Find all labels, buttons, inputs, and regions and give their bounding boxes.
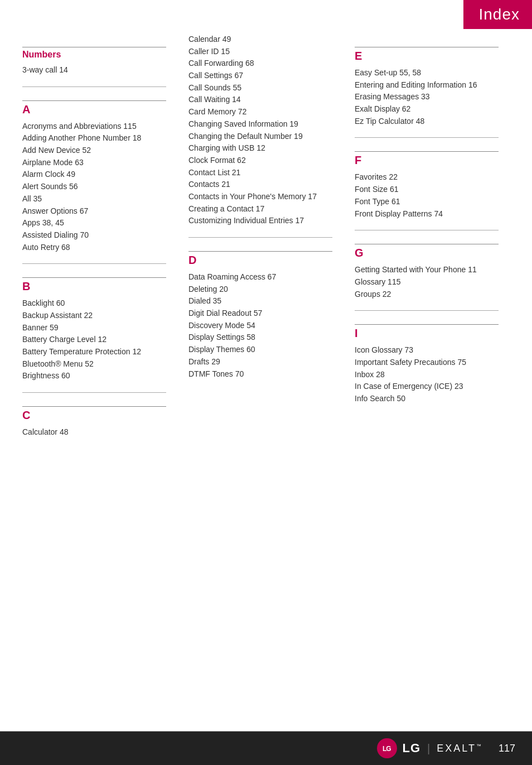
column-1: Numbers 3-way call 14 A Acronyms and Abb… — [22, 33, 177, 439]
section-b-divider — [22, 277, 166, 278]
section-i-divider — [355, 324, 499, 325]
divider-f — [355, 137, 499, 138]
section-e-label: E — [355, 50, 499, 62]
entry-apps: Apps 38, 45 — [22, 217, 166, 229]
entry-discovery: Discovery Mode 54 — [188, 320, 332, 332]
entry-calculator: Calculator 48 — [22, 426, 166, 439]
entry-groups: Groups 22 — [355, 288, 499, 301]
section-c-divider — [22, 406, 166, 407]
lg-circle-icon: LG — [377, 738, 397, 758]
entry-display-settings: Display Settings 58 — [188, 331, 332, 344]
entry-font-size: Font Size 61 — [355, 184, 499, 196]
entry-airplane: Airplane Mode 63 — [22, 157, 166, 169]
footer: LG LG | EXALT™ 117 — [0, 732, 532, 765]
footer-pipe: | — [427, 742, 430, 755]
column-2: Calendar 49 Caller ID 15 Call Forwarding… — [177, 33, 344, 439]
entry-contact-list: Contact List 21 — [188, 167, 332, 179]
entry-adding-phone: Adding Another Phone Number 18 — [22, 132, 166, 145]
footer-logo: LG LG — [377, 738, 421, 758]
entry-drafts: Drafts 29 — [188, 356, 332, 368]
entry-banner: Banner 59 — [22, 322, 166, 334]
section-d-label: D — [188, 254, 332, 267]
entry-dtmf: DTMF Tones 70 — [188, 368, 332, 381]
footer-page-number: 117 — [499, 743, 515, 754]
entry-call-waiting: Call Waiting 14 — [188, 94, 332, 106]
entry-entering: Entering and Editing Information 16 — [355, 79, 499, 92]
entry-battery-charge: Battery Charge Level 12 — [22, 334, 166, 346]
section-g-divider — [355, 244, 499, 244]
entry-creating-contact: Creating a Contact 17 — [188, 203, 332, 215]
entry-ez-tip: Ez Tip Calculator 48 — [355, 116, 499, 128]
entry-add-device: Add New Device 52 — [22, 145, 166, 157]
entry-acronyms: Acronyms and Abbreviations 115 — [22, 121, 166, 133]
entry-info-search: Info Search 50 — [355, 393, 499, 405]
svg-text:LG: LG — [383, 745, 391, 753]
entry-front-display: Front Display Patterns 74 — [355, 208, 499, 220]
entry-contacts: Contacts 21 — [188, 179, 332, 191]
entry-easy-setup: Easy Set-up 55, 58 — [355, 67, 499, 79]
divider-a — [22, 86, 166, 87]
entry-deleting: Deleting 20 — [188, 283, 332, 296]
entry-glossary: Glossary 115 — [355, 276, 499, 288]
entry-changing-default: Changing the Default Number 19 — [188, 131, 332, 143]
entry-customizing: Customizing Individual Entries 17 — [188, 215, 332, 227]
section-c-label: C — [22, 409, 166, 422]
entry-calendar: Calendar 49 — [188, 33, 332, 46]
entry-card-memory: Card Memory 72 — [188, 106, 332, 118]
entry-bluetooth: Bluetooth® Menu 52 — [22, 358, 166, 371]
entry-changing-saved: Changing Saved Information 19 — [188, 118, 332, 131]
column-3: E Easy Set-up 55, 58 Entering and Editin… — [344, 33, 510, 439]
section-d-divider — [188, 251, 332, 252]
entry-exalt: Exalt Display 62 — [355, 103, 499, 116]
entry-charging-usb: Charging with USB 12 — [188, 142, 332, 155]
entry-display-themes: Display Themes 60 — [188, 344, 332, 356]
divider-b — [22, 263, 166, 264]
entry-call-sounds: Call Sounds 55 — [188, 82, 332, 94]
entry-3way: 3-way call 14 — [22, 64, 166, 76]
section-e-divider — [355, 47, 499, 47]
entry-contacts-phone: Contacts in Your Phone's Memory 17 — [188, 191, 332, 203]
entry-data-roaming: Data Roaming Access 67 — [188, 271, 332, 283]
divider-d — [188, 237, 332, 238]
entry-favorites: Favorites 22 — [355, 171, 499, 184]
entry-alarm: Alarm Clock 49 — [22, 169, 166, 181]
entry-alert: Alert Sounds 56 — [22, 181, 166, 193]
divider-c — [22, 392, 166, 393]
entry-important-safety: Important Safety Precautions 75 — [355, 357, 499, 369]
entry-call-fwd: Call Forwarding 68 — [188, 57, 332, 70]
section-b-label: B — [22, 280, 166, 293]
entry-dialed: Dialed 35 — [188, 295, 332, 307]
entry-caller: Caller ID 15 — [188, 46, 332, 58]
section-a-divider — [22, 100, 166, 101]
entry-erasing: Erasing Messages 33 — [355, 91, 499, 103]
entry-call-settings: Call Settings 67 — [188, 70, 332, 82]
entry-font-type: Font Type 61 — [355, 196, 499, 208]
section-g-label: G — [355, 247, 499, 259]
index-tab-label: Index — [463, 0, 533, 29]
section-a-label: A — [22, 103, 166, 116]
entry-brightness: Brightness 60 — [22, 370, 166, 382]
entry-ice: In Case of Emergency (ICE) 23 — [355, 381, 499, 393]
divider-i — [355, 310, 499, 311]
entry-clock-format: Clock Format 62 — [188, 155, 332, 167]
footer-trademark: ™ — [476, 743, 483, 749]
entry-backup: Backup Assistant 22 — [22, 310, 166, 322]
entry-assisted: Assisted Dialing 70 — [22, 229, 166, 242]
entry-battery-temp: Battery Temperature Protection 12 — [22, 346, 166, 358]
entry-answer: Answer Options 67 — [22, 205, 166, 218]
entry-inbox: Inbox 28 — [355, 369, 499, 381]
entry-getting-started: Getting Started with Your Phone 11 — [355, 264, 499, 276]
section-f-label: F — [355, 154, 499, 167]
entry-icon-glossary: Icon Glossary 73 — [355, 344, 499, 357]
entry-backlight: Backlight 60 — [22, 297, 166, 310]
divider-g — [355, 230, 499, 230]
entry-digit-dial: Digit Dial Readout 57 — [188, 307, 332, 320]
section-f-divider — [355, 151, 499, 152]
footer-exalt-text: EXALT™ — [437, 743, 483, 754]
footer-lg-text: LG — [403, 741, 421, 756]
entry-auto: Auto Retry 68 — [22, 242, 166, 254]
entry-all: All 35 — [22, 193, 166, 205]
section-i-label: I — [355, 327, 499, 340]
section-numbers-label: Numbers — [22, 50, 166, 60]
main-content: Numbers 3-way call 14 A Acronyms and Abb… — [0, 0, 532, 483]
